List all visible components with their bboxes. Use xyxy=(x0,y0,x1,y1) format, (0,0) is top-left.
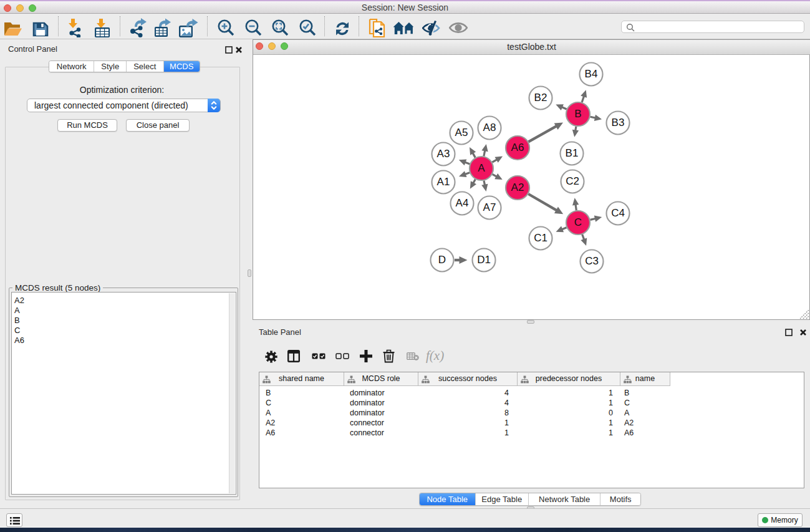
svg-text:A4: A4 xyxy=(456,197,469,209)
svg-text:C2: C2 xyxy=(566,175,579,187)
svg-text:D1: D1 xyxy=(477,254,491,266)
svg-text:C4: C4 xyxy=(611,207,625,219)
svg-text:B2: B2 xyxy=(534,92,547,104)
svg-text:B3: B3 xyxy=(612,117,625,128)
svg-text:A: A xyxy=(478,162,485,174)
svg-text:A8: A8 xyxy=(483,122,496,133)
svg-text:C1: C1 xyxy=(534,232,547,244)
svg-text:A2: A2 xyxy=(511,181,524,193)
svg-text:B1: B1 xyxy=(566,147,579,159)
svg-text:D: D xyxy=(438,254,446,266)
svg-text:A6: A6 xyxy=(511,142,524,153)
svg-text:A5: A5 xyxy=(455,127,468,138)
svg-text:A1: A1 xyxy=(437,176,450,188)
svg-text:B4: B4 xyxy=(585,68,598,80)
svg-text:C3: C3 xyxy=(585,255,599,267)
svg-text:C: C xyxy=(574,216,582,228)
svg-text:A7: A7 xyxy=(483,201,496,213)
svg-text:A3: A3 xyxy=(437,148,450,160)
svg-text:B: B xyxy=(574,108,581,120)
